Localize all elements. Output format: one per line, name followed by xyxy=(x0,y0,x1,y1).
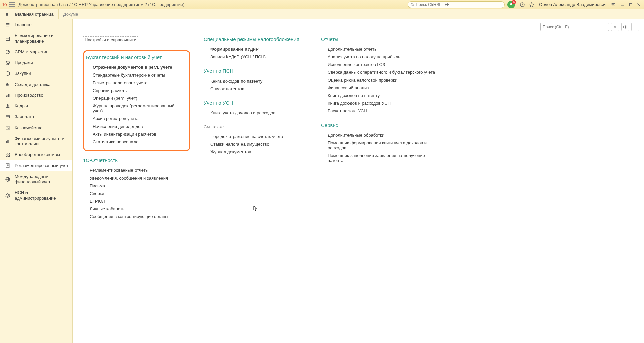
sidebar-item-4[interactable]: Закупки xyxy=(0,68,72,79)
sidebar-item-label: CRM и маркетинг xyxy=(15,49,50,55)
close-icon xyxy=(633,25,637,29)
menu-link[interactable]: Формирование КУДиР xyxy=(204,45,308,53)
svg-rect-14 xyxy=(6,37,10,40)
username[interactable]: Орлов Александр Владимирович xyxy=(539,2,606,7)
sidebar-item-1[interactable]: Бюджетирование и планирование xyxy=(0,30,72,47)
notifications-button[interactable]: 6 xyxy=(507,1,515,8)
menu-link[interactable]: Оценка риска налоговой проверки xyxy=(321,76,442,84)
menu-link[interactable]: Исполнение контрактов ГОЗ xyxy=(321,61,442,68)
content-settings-button[interactable] xyxy=(621,23,629,31)
sidebar-item-0[interactable]: Главное xyxy=(0,19,72,30)
menu-link[interactable]: Сверка данных оперативного и бухгалтерск… xyxy=(321,68,442,76)
section-service[interactable]: Сервис xyxy=(321,122,442,128)
menu-link[interactable]: Регламентированные отчеты xyxy=(83,166,190,174)
tab-home[interactable]: Начальная страница xyxy=(0,9,59,19)
menu-link[interactable]: Книга доходов и расходов УСН xyxy=(321,99,442,107)
menu-link[interactable]: Журнал проводок (регламентированный учет… xyxy=(86,102,185,115)
main-menu-burger[interactable] xyxy=(9,2,15,7)
menu-link[interactable]: Начисления дивидендов xyxy=(86,122,185,130)
menu-link[interactable]: Порядок отражения на счетах учета xyxy=(204,133,308,140)
minimize-icon xyxy=(621,3,625,7)
content-search-input[interactable] xyxy=(543,24,607,29)
section-psn[interactable]: Учет по ПСН xyxy=(204,68,308,74)
menu-lines-button[interactable] xyxy=(611,2,616,7)
menu-link[interactable]: Уведомления, сообщения и заявления xyxy=(83,174,190,182)
nav-icon xyxy=(5,36,11,41)
svg-rect-20 xyxy=(7,84,9,85)
sidebar-item-label: НСИ и администрирование xyxy=(15,190,69,201)
maximize-button[interactable] xyxy=(627,1,634,8)
menu-link[interactable]: Отражение документов в регл. учете xyxy=(86,63,185,71)
content-search[interactable] xyxy=(540,23,609,31)
close-button[interactable] xyxy=(635,1,642,8)
tab-partial-label: Докуме xyxy=(63,12,78,17)
tabs-bar: Начальная страница Докуме xyxy=(0,9,644,19)
menu-link[interactable]: Дополнительные отчеты xyxy=(321,45,442,53)
sidebar-item-9[interactable]: Казначейство xyxy=(0,122,72,133)
menu-link[interactable]: Книга доходов по патенту xyxy=(321,92,442,99)
settings-and-refs-link[interactable]: Настройки и справочники xyxy=(83,36,138,43)
minimize-button[interactable] xyxy=(619,1,626,8)
titlebar: 1℮ Демонстрационная база / 1С:ERP Управл… xyxy=(0,0,644,9)
svg-point-44 xyxy=(7,195,8,196)
sidebar-item-7[interactable]: Кадры xyxy=(0,101,72,111)
sidebar-item-3[interactable]: Продажи xyxy=(0,57,72,68)
sidebar-item-label: Международный финансовый учет xyxy=(15,174,69,185)
sidebar-item-11[interactable]: Внеоборотные активы xyxy=(0,149,72,160)
nav-icon xyxy=(5,125,11,131)
svg-rect-32 xyxy=(7,141,7,143)
menu-link[interactable]: Помощник заполнения заявления на получен… xyxy=(321,152,442,164)
sidebar-item-8[interactable]: Зарплата xyxy=(0,111,72,122)
sidebar-item-5[interactable]: Склад и доставка xyxy=(0,79,72,90)
sidebar-item-13[interactable]: Международный финансовый учет xyxy=(0,171,72,188)
clear-icon: × xyxy=(614,24,616,30)
menu-link[interactable]: Письма xyxy=(83,182,190,190)
tab-documents-partial[interactable]: Докуме xyxy=(59,9,84,19)
menu-link[interactable]: Книга учета доходов и расходов xyxy=(204,109,308,117)
content-close-button[interactable] xyxy=(631,23,639,31)
section-special-tax-modes[interactable]: Специальные режимы налогообложения xyxy=(204,36,308,42)
menu-link[interactable]: Архив регистров учета xyxy=(86,115,185,122)
menu-link[interactable]: Финансовый анализ xyxy=(321,84,442,92)
menu-link[interactable]: Анализ учета по налогу на прибыль xyxy=(321,53,442,61)
menu-link[interactable]: Расчет налога УСН xyxy=(321,107,442,115)
content-search-clear[interactable]: × xyxy=(611,23,619,31)
sidebar-item-2[interactable]: CRM и маркетинг xyxy=(0,47,72,57)
section-accounting-tax[interactable]: Бухгалтерский и налоговый учет xyxy=(86,54,185,60)
menu-link[interactable]: Справки-расчеты xyxy=(86,87,185,94)
menu-link[interactable]: Стандартные бухгалтерские отчеты xyxy=(86,71,185,79)
menu-link[interactable]: Список патентов xyxy=(204,85,308,93)
menu-link[interactable]: Помощник формирования книги учета доходо… xyxy=(321,139,442,152)
menu-link[interactable]: Дополнительные обработки xyxy=(321,131,442,139)
menu-link[interactable]: Книга доходов по патенту xyxy=(204,77,308,85)
favorites-button[interactable] xyxy=(529,2,534,7)
history-button[interactable] xyxy=(520,2,525,7)
menu-link[interactable]: Сверки xyxy=(83,190,190,197)
menu-link[interactable]: Личные кабинеты xyxy=(83,205,190,213)
global-search-input[interactable] xyxy=(416,2,502,7)
svg-rect-8 xyxy=(630,3,632,6)
section-reports[interactable]: Отчеты xyxy=(321,36,442,42)
menu-link[interactable]: Акты инвентаризации расчетов xyxy=(86,130,185,138)
svg-rect-34 xyxy=(6,153,7,154)
sidebar-item-10[interactable]: Финансовый результат и контроллинг xyxy=(0,133,72,150)
svg-point-18 xyxy=(8,64,9,65)
menu-link[interactable]: Сообщения в контролирующие органы xyxy=(83,213,190,220)
sidebar-item-14[interactable]: НСИ и администрирование xyxy=(0,187,72,204)
section-usn[interactable]: Учет по УСН xyxy=(204,100,308,106)
nav-icon xyxy=(5,82,11,87)
menu-link[interactable]: Операции (регл. учет) xyxy=(86,94,185,102)
sidebar-item-6[interactable]: Производство xyxy=(0,90,72,101)
section-1c-reporting[interactable]: 1С-Отчетность xyxy=(83,157,190,163)
sidebar-item-12[interactable]: Регламентированный учет xyxy=(0,160,72,171)
svg-rect-21 xyxy=(7,83,8,84)
menu-link[interactable]: Регистры налогового учета xyxy=(86,79,185,87)
global-search[interactable] xyxy=(408,1,505,8)
menu-link[interactable]: Статистика персонала xyxy=(86,138,185,146)
menu-link[interactable]: Журнал документов xyxy=(204,148,308,156)
highlighted-accounting-section: Бухгалтерский и налоговый учет Отражение… xyxy=(83,50,190,151)
menu-link[interactable]: Записи КУДиР (УСН / ПСН) xyxy=(204,53,308,61)
svg-rect-23 xyxy=(7,95,8,97)
menu-link[interactable]: Ставки налога на имущество xyxy=(204,140,308,148)
menu-link[interactable]: ЕГРЮЛ xyxy=(83,197,190,205)
